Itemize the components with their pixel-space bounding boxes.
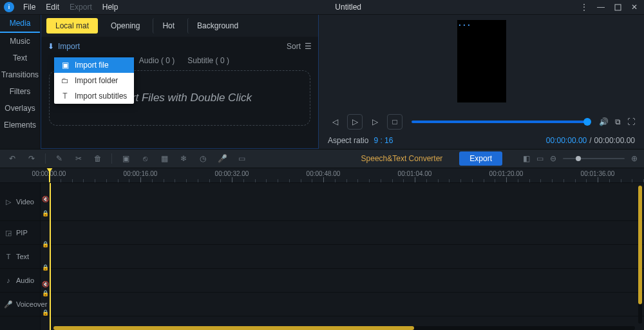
zoom-slider[interactable] (563, 158, 625, 159)
speech-text-converter[interactable]: Speech&Text Converter (361, 154, 443, 163)
track-row-voiceover[interactable] (41, 293, 644, 316)
fit-icon[interactable]: ▭ (536, 154, 544, 163)
lock-icon[interactable]: 🔒 (42, 309, 49, 316)
stop-button[interactable]: □ (387, 114, 402, 130)
count-subtitle[interactable]: Subtitle ( 0 ) (187, 56, 229, 65)
redo-icon[interactable]: ↷ (26, 154, 37, 163)
track-row-video[interactable] (41, 183, 644, 221)
window-title: Untitled (123, 3, 573, 12)
download-icon: ⬇ (48, 42, 54, 51)
time-ruler[interactable]: 00:00:00.0000:00:16.0000:00:32.0000:00:4… (0, 168, 644, 183)
vertical-scrollbar[interactable] (638, 186, 642, 324)
sort-icon[interactable]: ☰ (305, 42, 312, 51)
snapshot-icon[interactable]: ⧉ (615, 117, 621, 126)
mosaic-icon[interactable]: ▦ (158, 154, 170, 163)
close-icon[interactable]: ✕ (629, 3, 640, 12)
menu-file[interactable]: File (18, 1, 41, 13)
undo-icon[interactable]: ↶ (6, 154, 18, 163)
track-row-audio[interactable] (41, 269, 644, 293)
import-dropdown: ▣ Import file 🗀 Import folder T Import s… (54, 57, 134, 104)
current-time: 00:00:00.00 (546, 136, 587, 145)
aspect-ratio-label: Aspect ratio (328, 136, 368, 145)
crop-icon[interactable]: ▣ (120, 154, 131, 163)
preview-progress[interactable] (412, 121, 590, 123)
lock-icon[interactable]: 🔒 (42, 210, 49, 217)
ruler-label: 00:00:32.00 (215, 170, 249, 177)
voiceover-icon[interactable]: 🎤 (216, 154, 228, 163)
next-frame-button[interactable]: ▷ (368, 115, 382, 129)
svg-rect-0 (615, 5, 621, 10)
zoom-in-icon[interactable]: ⊕ (631, 154, 638, 163)
import-button[interactable]: Import (58, 42, 80, 51)
count-audio[interactable]: Audio ( 0 ) (139, 56, 175, 65)
sidebar-item-text[interactable]: Text (0, 50, 40, 66)
ruler-label: 00:00:16.00 (124, 170, 158, 177)
menu-edit[interactable]: Edit (41, 1, 64, 13)
track-label-pip[interactable]: ◲PIP (0, 221, 40, 245)
dropdown-import-folder[interactable]: 🗀 Import folder (54, 73, 134, 88)
folder-icon: 🗀 (61, 76, 70, 85)
freeze-icon[interactable]: ❄ (178, 154, 189, 163)
ruler-label: 00:01:36.00 (581, 170, 615, 177)
sidebar-item-overlays[interactable]: Overlays (0, 100, 40, 117)
tab-local[interactable]: Local mat (46, 18, 98, 34)
ruler-label: 00:00:48.00 (307, 170, 341, 177)
prev-frame-button[interactable]: ◁ (328, 115, 342, 129)
sidebar-item-transitions[interactable]: Transitions (0, 66, 40, 83)
sidebar-item-music[interactable]: Music (0, 33, 40, 50)
more-icon[interactable]: ⋮ (578, 3, 590, 12)
menu-export: Export (64, 1, 97, 13)
voiceover-track-icon: 🎤 (4, 300, 13, 309)
pip-track-icon: ◲ (4, 229, 13, 237)
maximize-icon[interactable] (612, 3, 623, 12)
track-label-video[interactable]: ▷Video (0, 183, 40, 221)
lock-icon[interactable]: 🔒 (42, 241, 49, 248)
sidebar-item-filters[interactable]: Filters (0, 83, 40, 100)
track-label-voiceover[interactable]: 🎤Voiceover (0, 293, 40, 316)
edit-icon[interactable]: ✎ (53, 154, 65, 163)
track-row-pip[interactable] (41, 221, 644, 245)
volume-icon[interactable]: 🔊 (599, 117, 609, 126)
mute-icon[interactable]: 🔇 (42, 281, 49, 287)
sidebar-item-media[interactable]: Media (0, 15, 40, 33)
marker-icon[interactable]: ◧ (523, 154, 530, 163)
title-bar: i File Edit Export Help Untitled ⋮ — ✕ (0, 0, 644, 15)
mute-icon[interactable]: 🔇 (42, 196, 49, 202)
export-button[interactable]: Export (459, 151, 502, 166)
play-file-icon: ▣ (61, 61, 70, 70)
audio-track-icon: ♪ (4, 277, 13, 284)
text-track-icon: T (4, 253, 13, 260)
dropdown-import-subtitles[interactable]: T Import subtitles (54, 88, 134, 104)
dropdown-import-file[interactable]: ▣ Import file (54, 57, 134, 73)
split-icon[interactable]: ⎋ (139, 154, 151, 163)
minimize-icon[interactable]: — (595, 3, 607, 12)
timeline: ▷Video ◲PIP TText ♪Audio 🎤Voiceover 🔇 🔒 … (0, 183, 644, 330)
tab-background[interactable]: Background (187, 18, 247, 34)
fullscreen-icon[interactable]: ⛶ (627, 117, 635, 126)
zoom-out-icon[interactable]: ⊖ (550, 154, 556, 163)
sort-label[interactable]: Sort (287, 42, 301, 51)
track-row-text[interactable] (41, 245, 644, 269)
menu-help[interactable]: Help (97, 1, 124, 13)
cut-icon[interactable]: ✂ (73, 154, 84, 163)
lock-icon[interactable]: 🔒 (42, 264, 49, 271)
timeline-toolbar: ↶ ↷ ✎ ✂ 🗑 ▣ ⎋ ▦ ❄ ◷ 🎤 ▭ Speech&Text Conv… (0, 149, 644, 168)
video-track-icon: ▷ (4, 198, 13, 206)
tab-hot[interactable]: Hot (153, 18, 184, 34)
ruler-label: 00:01:20.00 (489, 170, 524, 177)
left-sidebar: Media Music Text Transitions Filters Ove… (0, 15, 41, 149)
zoom-pan-icon[interactable]: ▭ (236, 154, 247, 163)
duration-icon[interactable]: ◷ (197, 154, 209, 163)
lock-icon[interactable]: 🔒 (42, 290, 49, 296)
sidebar-item-elements[interactable]: Elements (0, 117, 40, 133)
aspect-ratio-value[interactable]: 9 : 16 (374, 136, 393, 145)
media-tabs: Local mat Opening Hot Background (41, 15, 318, 37)
delete-icon[interactable]: 🗑 (92, 154, 104, 163)
track-label-text[interactable]: TText (0, 245, 40, 269)
track-label-audio[interactable]: ♪Audio (0, 269, 40, 293)
media-panel: Local mat Opening Hot Background ⬇ Impor… (41, 15, 319, 149)
tab-opening[interactable]: Opening (102, 18, 149, 34)
horizontal-scrollbar[interactable] (53, 326, 635, 330)
preview-canvas[interactable]: • • • (457, 20, 506, 102)
play-button[interactable]: ▷ (347, 114, 363, 130)
